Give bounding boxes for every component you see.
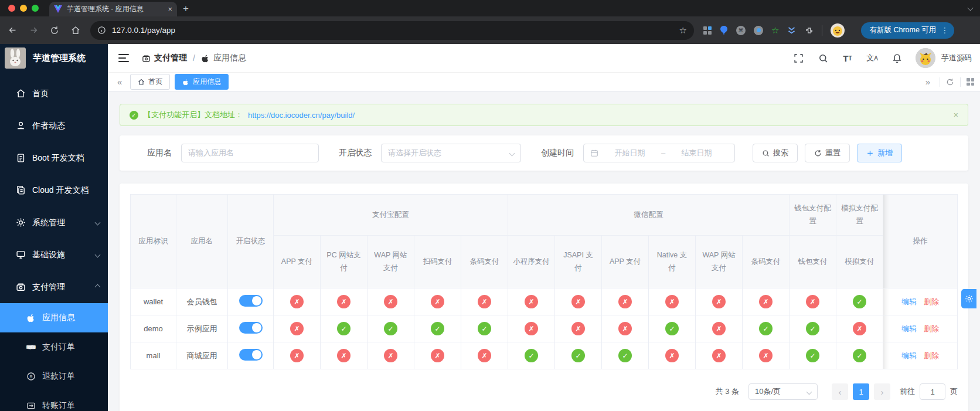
collapse-menu-icon[interactable] <box>118 54 129 62</box>
apple-icon <box>26 313 36 322</box>
enabled-icon: ✓ <box>431 322 444 335</box>
user-icon <box>16 121 26 131</box>
url-text[interactable]: 127.0.0.1/pay/app <box>112 26 673 35</box>
sidebar-item-label: 作者动态 <box>32 121 100 131</box>
cell-channel: ✗ <box>274 342 321 369</box>
cell-actions: 编辑删除 <box>883 342 958 369</box>
profile-avatar[interactable] <box>831 23 845 38</box>
username[interactable]: 芋道源码 <box>941 53 972 63</box>
status-toggle[interactable] <box>239 349 263 361</box>
sidebar-item-gear[interactable]: 系统管理 <box>0 206 108 239</box>
disabled-icon: ✗ <box>384 295 397 308</box>
breadcrumb-item[interactable]: 支付管理 <box>142 53 187 63</box>
browser-tab[interactable]: 芋道管理系统 - 应用信息 × <box>49 2 177 16</box>
page-tab-home[interactable]: 首页 <box>130 74 170 90</box>
site-info-icon[interactable] <box>97 26 106 35</box>
tabs-options-icon[interactable] <box>967 78 974 86</box>
search-button[interactable]: 搜索 <box>753 144 798 162</box>
tabs-refresh-icon[interactable] <box>946 78 954 86</box>
sidebar-subitem-apple[interactable]: 应用信息 <box>0 303 108 332</box>
back-icon[interactable] <box>4 22 21 39</box>
date-range-input[interactable]: 开始日期 – 结束日期 <box>583 144 735 162</box>
url-bar[interactable]: 127.0.0.1/pay/app ☆ <box>90 21 694 40</box>
extension-icon-chevrons[interactable] <box>787 26 796 35</box>
sidebar-item-user[interactable]: 作者动态 <box>0 110 108 142</box>
extension-icon-dot[interactable] <box>754 26 763 35</box>
sidebar-subitem-paypal[interactable]: PayPal支付订单 <box>0 332 108 362</box>
sidebar-item-money[interactable]: 支付管理 <box>0 271 108 303</box>
calendar-icon <box>590 149 598 157</box>
add-button[interactable]: 新增 <box>857 144 902 162</box>
enabled-icon: ✓ <box>665 322 679 335</box>
cell-actions: 编辑删除 <box>883 315 958 342</box>
toolbar-divider <box>822 25 822 36</box>
window-close-button[interactable] <box>8 5 15 12</box>
status-toggle[interactable] <box>239 322 263 334</box>
bookmark-star-icon[interactable]: ☆ <box>679 25 687 36</box>
browser-toolbar: 127.0.0.1/pay/app ☆ ⌘ ☆ 有新版 Chrome 可用 ⋮ <box>0 16 980 44</box>
cell-channel: ✗ <box>508 288 555 315</box>
extension-icon-star[interactable]: ☆ <box>771 26 779 35</box>
disabled-icon: ✗ <box>618 295 632 308</box>
delete-link[interactable]: 删除 <box>924 351 939 360</box>
extension-icon-grid[interactable] <box>703 26 712 35</box>
cell-actions: 编辑删除 <box>883 288 958 315</box>
window-zoom-button[interactable] <box>32 5 39 12</box>
app-name-input[interactable]: 请输入应用名 <box>181 144 319 162</box>
tabs-scroll-right-icon[interactable]: » <box>922 77 934 87</box>
cell-channel: ✗ <box>696 342 743 369</box>
chrome-update-chip[interactable]: 有新版 Chrome 可用 ⋮ <box>861 22 954 39</box>
extensions-puzzle-icon[interactable] <box>804 26 814 35</box>
sidebar-item-doc[interactable]: Boot 开发文档 <box>0 142 108 174</box>
edit-link[interactable]: 编辑 <box>901 324 917 333</box>
fullscreen-icon[interactable] <box>792 52 804 64</box>
edit-link[interactable]: 编辑 <box>901 297 917 306</box>
sidebar-subitem-transfer[interactable]: 转账订单 <box>0 391 108 411</box>
browser-menu-icon[interactable]: ⋮ <box>941 26 948 34</box>
home-icon[interactable] <box>67 22 84 39</box>
edit-link[interactable]: 编辑 <box>901 351 917 360</box>
window-minimize-button[interactable] <box>20 5 27 12</box>
cell-channel: ✓ <box>508 342 555 369</box>
notification-bell-icon[interactable] <box>891 52 903 64</box>
tabs-scroll-left-icon[interactable]: « <box>114 77 125 87</box>
disabled-icon: ✗ <box>571 322 585 335</box>
sidebar-subitem-label: 应用信息 <box>42 313 75 323</box>
translate-icon[interactable]: 文A <box>866 52 878 64</box>
sidebar-item-monitor[interactable]: 基础设施 <box>0 239 108 271</box>
tab-search-icon[interactable] <box>967 5 973 11</box>
sidebar-subitem-registered[interactable]: R退款订单 <box>0 362 108 391</box>
new-tab-button[interactable]: + <box>183 2 189 15</box>
column-subheader: WAP 网站支付 <box>696 236 743 288</box>
user-avatar[interactable] <box>916 48 935 68</box>
sidebar-item-label: 首页 <box>32 89 100 99</box>
extension-icon-balloon[interactable] <box>720 26 728 35</box>
font-size-icon[interactable]: TT <box>842 52 853 64</box>
delete-link[interactable]: 删除 <box>924 297 939 306</box>
sidebar-item-doc-copy[interactable]: Cloud 开发文档 <box>0 174 108 206</box>
tab-close-icon[interactable]: × <box>168 5 172 13</box>
reload-icon[interactable] <box>46 22 63 39</box>
current-page-button[interactable]: 1 <box>853 383 869 400</box>
disabled-icon: ✗ <box>571 295 585 308</box>
search-icon[interactable] <box>817 52 829 64</box>
status-toggle[interactable] <box>239 295 263 307</box>
forward-icon[interactable] <box>25 22 42 39</box>
page-size-select[interactable]: 10条/页 <box>748 383 818 400</box>
status-select[interactable]: 请选择开启状态 <box>381 144 521 162</box>
sidebar-item-home[interactable]: 首页 <box>0 77 108 110</box>
column-subheader: 条码支付 <box>743 236 790 288</box>
alert-close-icon[interactable]: × <box>954 110 958 120</box>
prev-page-button[interactable]: ‹ <box>832 383 848 400</box>
doc-link[interactable]: https://doc.iocoder.cn/pay/build/ <box>248 111 355 120</box>
next-page-button[interactable]: › <box>874 383 890 400</box>
success-icon: ✓ <box>130 111 138 120</box>
goto-page-input[interactable]: 1 <box>920 383 945 400</box>
settings-float-button[interactable] <box>961 289 976 308</box>
app-logo-row[interactable]: 芋道管理系统 <box>0 44 108 72</box>
page-tab-app-info[interactable]: 应用信息 <box>175 74 229 90</box>
chevron-down-icon <box>95 252 101 258</box>
delete-link[interactable]: 删除 <box>924 324 939 333</box>
reset-button[interactable]: 重置 <box>805 144 850 162</box>
extension-icon-command[interactable]: ⌘ <box>736 26 746 35</box>
